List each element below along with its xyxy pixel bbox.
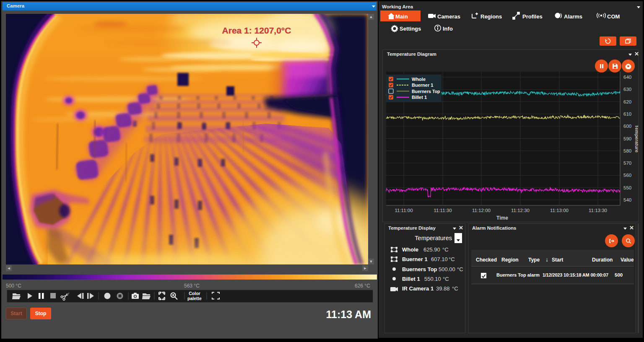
svg-text:palette: palette — [187, 296, 202, 301]
svg-text:11:13:00: 11:13:00 — [550, 208, 569, 213]
svg-text:Info: Info — [443, 26, 453, 32]
svg-text:°C: °C — [442, 246, 449, 253]
svg-text:Profiles: Profiles — [522, 13, 543, 20]
svg-text:Temperature: Temperature — [634, 125, 638, 153]
svg-text:640: 640 — [623, 75, 631, 80]
svg-text:Whole: Whole — [412, 77, 426, 82]
svg-text:Color: Color — [189, 291, 200, 296]
svg-text:°C: °C — [449, 256, 455, 262]
svg-text:620: 620 — [623, 99, 631, 104]
svg-text:625.90: 625.90 — [423, 246, 440, 253]
svg-text:11:12:30: 11:12:30 — [511, 208, 530, 213]
svg-text:607.10: 607.10 — [431, 256, 448, 262]
svg-text:560: 560 — [623, 173, 631, 178]
svg-text:610: 610 — [623, 111, 631, 117]
svg-text:Alarms: Alarms — [564, 13, 582, 20]
svg-text:570: 570 — [623, 161, 631, 166]
svg-text:Area 1: 1207,0°C: Area 1: 1207,0°C — [222, 26, 291, 35]
svg-text:39.88: 39.88 — [436, 285, 450, 292]
svg-text:Billet 1: Billet 1 — [402, 276, 420, 282]
svg-text:Settings: Settings — [400, 26, 421, 32]
svg-text:Whole: Whole — [402, 246, 418, 253]
svg-text:Time: Time — [496, 215, 508, 221]
svg-text:590: 590 — [623, 136, 631, 141]
svg-text:550: 550 — [623, 185, 631, 190]
svg-text:500.00: 500.00 — [439, 266, 455, 272]
svg-text:630: 630 — [623, 87, 631, 92]
svg-text:Billet 1: Billet 1 — [412, 95, 427, 100]
svg-text:Buerners Top: Buerners Top — [412, 89, 440, 94]
svg-text:°C: °C — [452, 285, 458, 292]
svg-text:°C: °C — [457, 266, 463, 272]
svg-text:°C: °C — [443, 276, 449, 282]
svg-text:11:13:30: 11:13:30 — [589, 208, 607, 213]
svg-text:Main: Main — [395, 13, 408, 20]
svg-text:COM: COM — [607, 13, 620, 20]
svg-text:11:11:00: 11:11:00 — [395, 208, 413, 213]
svg-text:11:12:00: 11:12:00 — [472, 208, 491, 213]
svg-text:Buerner 1: Buerner 1 — [412, 83, 433, 88]
svg-text:11:11:30: 11:11:30 — [434, 208, 452, 213]
svg-text:Regions: Regions — [480, 13, 502, 20]
svg-text:Cameras: Cameras — [437, 13, 460, 20]
svg-text:600: 600 — [623, 124, 631, 129]
svg-text:IR Camera 1: IR Camera 1 — [402, 285, 434, 292]
svg-text:550.10: 550.10 — [424, 276, 441, 282]
svg-text:Buerner 1: Buerner 1 — [402, 256, 428, 262]
svg-text:580: 580 — [623, 148, 631, 153]
svg-text:Buerners Top: Buerners Top — [402, 266, 437, 272]
svg-text:540: 540 — [623, 197, 631, 202]
